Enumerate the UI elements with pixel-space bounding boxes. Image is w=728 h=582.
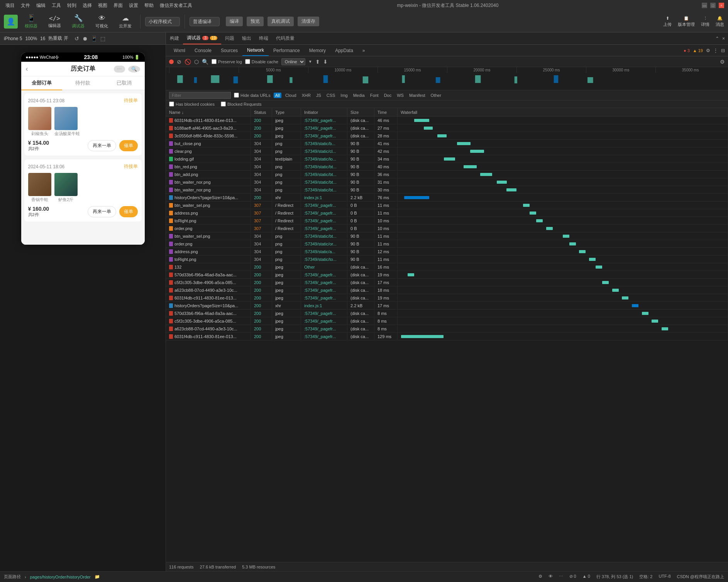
back-button[interactable]: ‹ <box>26 65 28 73</box>
td-initiator-20[interactable]: :57349/_pagefr... <box>301 271 347 278</box>
table-row[interactable]: btn_red.png 304 png :57349/static/bt... … <box>166 163 728 171</box>
search-icon[interactable]: 🔍 <box>202 59 208 65</box>
reorder-button-2[interactable]: 再来一单 <box>88 206 116 217</box>
table-row[interactable]: c5f2c305-3dbe-4906-a5ca-085... 200 jpeg … <box>166 279 728 286</box>
close-icon[interactable]: × <box>722 36 725 41</box>
message-button[interactable]: 🔔 消息 <box>716 16 724 27</box>
menu-item-project[interactable]: 项目 <box>4 2 16 9</box>
compile-select[interactable]: 普通编译 <box>190 17 220 26</box>
td-initiator-2[interactable]: :57349/_pagefr... <box>301 132 347 139</box>
tab-debugger[interactable]: 调试器 3 19 <box>183 32 221 44</box>
td-initiator-10[interactable]: index.js:1 <box>301 194 347 201</box>
td-initiator-27[interactable]: :57349/_pagefr... <box>301 325 347 332</box>
more-button[interactable]: ••• <box>114 66 125 73</box>
td-initiator-19[interactable]: Other <box>301 263 347 271</box>
td-initiator-1[interactable]: :57349/_pagefr... <box>301 124 347 132</box>
table-row[interactable]: b188aeff-af46-4905-aac3-8a29... 200 jpeg… <box>166 124 728 132</box>
clearcache-button[interactable]: 清缓存 <box>298 17 319 26</box>
table-row[interactable]: c5f2c305-3dbe-4906-a5ca-085... 200 jpeg … <box>166 317 728 325</box>
table-row[interactable]: btn_waiter_sel.png 307 / Redirect :57349… <box>166 201 728 209</box>
mode-select[interactable]: 小程序模式 <box>145 17 180 26</box>
td-initiator-12[interactable]: :57349/_pagefr... <box>301 209 347 217</box>
table-row[interactable]: historyOrders?pageSize=10&pa... 200 xhr … <box>166 302 728 310</box>
td-initiator-26[interactable]: :57349/_pagefr... <box>301 317 347 325</box>
table-row[interactable]: a623cb88-07cd-4490-a3e3-10c... 200 jpeg … <box>166 286 728 294</box>
filter-img[interactable]: Img <box>339 93 349 98</box>
hotreload-button[interactable]: 热重载 开 <box>48 35 68 42</box>
col-header-name[interactable]: Name ↓ <box>166 108 251 116</box>
cloud-button[interactable]: ☁ 云开发 <box>115 12 135 30</box>
table-row[interactable]: 570d33b6-f96a-46ad-8a3a-aac... 200 jpeg … <box>166 271 728 279</box>
minimize-button[interactable]: — <box>702 3 707 8</box>
td-initiator-25[interactable]: :57349/_pagefr... <box>301 310 347 317</box>
table-row[interactable]: a623cb88-07cd-4490-a3e3-10c... 200 jpeg … <box>166 325 728 333</box>
settings-icon[interactable]: ⚙ <box>706 48 710 53</box>
close-button[interactable]: × <box>719 3 724 8</box>
tab-all-orders[interactable]: 全部订单 <box>21 76 63 90</box>
table-row[interactable]: 3c0556df-bf86-49de-833c-5598... 200 jpeg… <box>166 132 728 140</box>
filter-manifest[interactable]: Manifest <box>408 93 427 98</box>
tab-network[interactable]: Network <box>242 45 269 56</box>
col-header-type[interactable]: Type <box>272 108 301 116</box>
phone-icon[interactable]: 📱 <box>91 36 97 42</box>
tab-console[interactable]: Console <box>190 45 216 56</box>
filter-input[interactable] <box>169 92 231 99</box>
table-row[interactable]: address.png 307 / Redirect :57349/_pagef… <box>166 209 728 217</box>
record-button[interactable] <box>169 59 174 64</box>
menu-item-file[interactable]: 文件 <box>19 2 32 9</box>
preserve-log-input[interactable] <box>212 59 217 64</box>
filter-css[interactable]: CSS <box>325 93 337 98</box>
upload-button[interactable]: ⬆ 上传 <box>663 16 672 27</box>
menu-item-goto[interactable]: 转到 <box>66 2 78 9</box>
tab-pending-payment[interactable]: 待付款 <box>62 76 103 90</box>
filter-cloud[interactable]: Cloud <box>284 93 298 98</box>
filter-all[interactable]: All <box>274 93 281 98</box>
td-initiator-3[interactable]: :57349/static/b... <box>301 140 347 147</box>
hide-data-urls-input[interactable] <box>234 93 239 98</box>
table-row[interactable]: order.png 307 / Redirect :57349/_pagefr.… <box>166 225 728 232</box>
urge-button-1[interactable]: 催单 <box>119 140 138 151</box>
td-initiator-22[interactable]: :57349/_pagefr... <box>301 286 347 294</box>
td-initiator-28[interactable]: :57349/_pagefr... <box>301 333 347 340</box>
tab-output[interactable]: 输出 <box>238 32 255 44</box>
compile-button[interactable]: 编译 <box>226 17 243 26</box>
menu-item-tools[interactable]: 工具 <box>50 2 63 9</box>
table-row[interactable]: toRight.png 304 png :57349/static/to... … <box>166 255 728 263</box>
table-row[interactable]: btn_waiter_sel.png 304 png :57349/static… <box>166 232 728 240</box>
table-row[interactable]: btn_add.png 304 png :57349/static/bt... … <box>166 171 728 178</box>
visual-button[interactable]: 👁 可视化 <box>91 13 112 30</box>
filter-xhr[interactable]: XHR <box>300 93 312 98</box>
td-initiator-18[interactable]: :57349/static/to... <box>301 255 347 263</box>
urge-button-2[interactable]: 催单 <box>119 206 138 217</box>
td-initiator-15[interactable]: :57349/static/bt... <box>301 232 347 240</box>
has-blocked-cookies-checkbox[interactable]: Has blocked cookies <box>169 102 215 107</box>
tab-build[interactable]: 构建 <box>166 32 183 44</box>
menu-item-view[interactable]: 视图 <box>97 2 109 9</box>
menu-item-settings[interactable]: 设置 <box>127 2 140 9</box>
avatar[interactable]: 👤 <box>4 15 18 29</box>
reload-icon[interactable]: ↺ <box>74 36 79 42</box>
td-initiator-0[interactable]: :57349/_pagefr... <box>301 117 347 124</box>
table-row[interactable]: but_close.png 304 png :57349/static/b...… <box>166 140 728 147</box>
download-icon[interactable]: ⬇ <box>323 59 328 65</box>
td-initiator-8[interactable]: :57349/static/bt... <box>301 178 347 186</box>
td-initiator-14[interactable]: :57349/_pagefr... <box>301 225 347 232</box>
realtest-button[interactable]: 真机调试 <box>267 17 294 26</box>
menu-item-wechat[interactable]: 微信开发者工具 <box>158 2 194 9</box>
table-row[interactable]: 6031f4db-c911-4830-81ee-013... 200 jpeg … <box>166 333 728 340</box>
tab-sources[interactable]: Sources <box>216 45 242 56</box>
table-row[interactable]: lodding.gif 304 text/plain :57349/static… <box>166 155 728 163</box>
table-row[interactable]: 570d33b6-f96a-46ad-8a3a-aac... 200 jpeg … <box>166 310 728 317</box>
screen-icon[interactable]: ⬚ <box>100 36 105 42</box>
version-button[interactable]: 📋 版本管理 <box>678 16 695 27</box>
preview-button[interactable]: 预览 <box>247 17 264 26</box>
table-row[interactable]: btn_waiter_nor.png 304 png :57349/static… <box>166 186 728 194</box>
preview-icon[interactable]: 👁 <box>549 574 553 580</box>
col-header-size[interactable]: Size <box>347 108 374 116</box>
editor-button[interactable]: </> 编辑器 <box>44 13 65 30</box>
stop-icon[interactable]: ⊘ <box>177 59 181 65</box>
detail-button[interactable]: ⋮ 详情 <box>701 16 709 27</box>
table-row[interactable]: historyOrders?pageSize=10&pa... 200 xhr … <box>166 194 728 201</box>
td-initiator-24[interactable]: index.js:1 <box>301 302 347 309</box>
td-initiator-7[interactable]: :57349/static/bt... <box>301 171 347 178</box>
